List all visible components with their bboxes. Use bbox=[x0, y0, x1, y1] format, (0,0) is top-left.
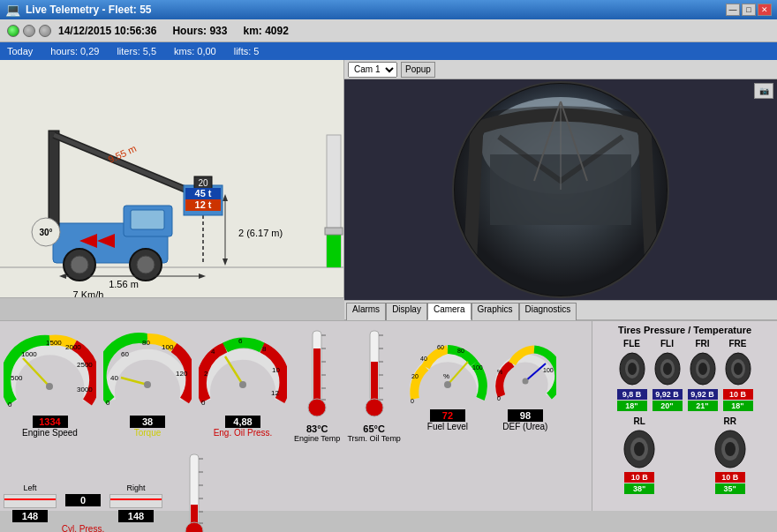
svg-point-111 bbox=[185, 522, 203, 532]
gauges-section: 0 500 1000 1500 2000 2500 3000 1334 Engi… bbox=[0, 321, 592, 511]
camera-select[interactable]: Cam 1 Cam 2 bbox=[348, 62, 397, 78]
tires-title: Tires Pressure / Temperature bbox=[596, 325, 773, 335]
svg-text:2000: 2000 bbox=[65, 343, 81, 351]
gray-light-2 bbox=[39, 25, 51, 37]
oil-pressure-value: 4,88 bbox=[225, 416, 260, 428]
tire-fri-temp: 21" bbox=[688, 401, 718, 411]
tire-fli: FLI 9,92 B 20" bbox=[652, 339, 683, 411]
svg-text:0: 0 bbox=[497, 395, 501, 401]
svg-point-8 bbox=[137, 256, 155, 273]
tab-alarms[interactable]: Alarms bbox=[346, 303, 386, 320]
svg-point-79 bbox=[308, 399, 326, 416]
svg-text:60: 60 bbox=[121, 350, 129, 358]
hours-display: Hours: 933 bbox=[172, 25, 227, 37]
torque-gauge-svg: 0 40 60 80 100 120 bbox=[103, 332, 192, 416]
trsm-oil-temp-label: Trsm. Oil Temp bbox=[347, 434, 401, 443]
svg-text:2500: 2500 bbox=[77, 361, 93, 369]
svg-text:0: 0 bbox=[8, 401, 12, 408]
km-display: km: 4092 bbox=[243, 25, 288, 37]
svg-rect-72 bbox=[313, 348, 321, 401]
svg-text:500: 500 bbox=[11, 374, 23, 382]
tire-rl-label: RL bbox=[634, 416, 645, 426]
svg-point-120 bbox=[698, 363, 707, 375]
svg-point-102 bbox=[522, 378, 528, 384]
fuel-label: Fuel Level bbox=[427, 422, 468, 431]
svg-text:8: 8 bbox=[262, 345, 267, 353]
svg-text:80: 80 bbox=[457, 348, 464, 354]
tire-fri-pressure: 9,92 B bbox=[688, 389, 718, 400]
today-label: Today bbox=[7, 46, 33, 56]
status-lights bbox=[7, 25, 51, 37]
svg-point-123 bbox=[734, 363, 743, 375]
svg-text:4: 4 bbox=[211, 348, 215, 356]
screenshot-icon[interactable]: 📷 bbox=[754, 83, 773, 99]
svg-line-52 bbox=[23, 358, 49, 386]
popup-button[interactable]: Popup bbox=[401, 62, 435, 78]
camera-fisheye bbox=[428, 79, 693, 300]
tire-fri-icon bbox=[687, 349, 719, 388]
tire-fre-icon bbox=[722, 349, 754, 388]
minimize-button[interactable]: — bbox=[726, 4, 740, 16]
datetime-display: 14/12/2015 10:56:36 bbox=[58, 25, 156, 37]
tire-rr-temp: 35" bbox=[715, 483, 745, 494]
torque-sublabel: Torque bbox=[134, 428, 162, 438]
tab-diagnostics[interactable]: Diagnostics bbox=[519, 303, 577, 320]
tire-fre-pressure: 10 B bbox=[723, 389, 753, 400]
liters-today: liters: 5,5 bbox=[117, 46, 156, 56]
cyl-press-label: Cyl. Press. bbox=[62, 524, 104, 533]
tab-graphics[interactable]: Graphics bbox=[471, 303, 519, 320]
close-button[interactable]: ✕ bbox=[758, 4, 772, 16]
engine-temp-gauge: 83°C Engine Temp bbox=[294, 326, 340, 443]
tire-rr-label: RR bbox=[724, 416, 736, 426]
svg-text:100: 100 bbox=[543, 367, 554, 373]
maximize-button[interactable]: □ bbox=[742, 4, 756, 16]
tire-rl: RL 10 B 38" bbox=[621, 416, 658, 494]
svg-text:45 t: 45 t bbox=[195, 188, 212, 199]
def-label: DEF (Urea) bbox=[502, 422, 547, 431]
tire-rr-pressure: 10 B bbox=[715, 472, 745, 483]
svg-text:60: 60 bbox=[437, 344, 444, 350]
tab-camera[interactable]: Camera bbox=[427, 303, 471, 320]
svg-text:40: 40 bbox=[420, 356, 427, 362]
lifts-today: lifts: 5 bbox=[234, 46, 260, 56]
svg-text:6: 6 bbox=[238, 337, 243, 345]
fuel-value: 72 bbox=[430, 409, 465, 422]
tire-fre-temp: 18" bbox=[723, 401, 753, 411]
tire-fre-label: FRE bbox=[729, 339, 747, 348]
engine-temp-svg bbox=[299, 326, 335, 423]
def-gauge-svg: 0 % 100 bbox=[494, 339, 556, 409]
front-tires-row: FLE 9,8 B 18" FLI 9,92 B 20" bbox=[596, 339, 773, 411]
tire-fli-label: FLI bbox=[660, 339, 674, 348]
def-gauge: 0 % 100 98 DEF (Urea) bbox=[494, 339, 556, 431]
hours-today: hours: 0,29 bbox=[50, 46, 99, 56]
cyl-left-bar bbox=[4, 494, 57, 508]
camera-view: 📷 bbox=[344, 79, 777, 300]
svg-line-96 bbox=[448, 362, 468, 385]
crane-panel: 30° 9.55 m 2 (6.17 m) 1.56 m 7 Km/h bbox=[0, 60, 344, 298]
trsm-oil-temp-svg bbox=[357, 326, 392, 423]
cyl-right-bar bbox=[109, 494, 162, 508]
svg-text:100: 100 bbox=[162, 343, 174, 351]
svg-text:0: 0 bbox=[106, 399, 110, 407]
tire-fli-pressure: 9,92 B bbox=[653, 389, 683, 400]
svg-text:40: 40 bbox=[110, 374, 118, 382]
svg-point-117 bbox=[663, 363, 672, 375]
svg-text:20: 20 bbox=[198, 178, 208, 188]
svg-text:1000: 1000 bbox=[21, 350, 37, 358]
svg-text:30°: 30° bbox=[39, 228, 52, 237]
svg-text:7 Km/h: 7 Km/h bbox=[73, 289, 104, 298]
svg-text:2 (6.17 m): 2 (6.17 m) bbox=[238, 228, 283, 238]
trsm-oil-temp-gauge: 65°C Trsm. Oil Temp bbox=[347, 326, 401, 443]
svg-text:3000: 3000 bbox=[77, 386, 93, 393]
tab-display[interactable]: Display bbox=[386, 303, 427, 320]
tire-fri: FRI 9,92 B 21" bbox=[687, 339, 719, 411]
tire-fle-icon bbox=[616, 349, 648, 388]
svg-line-60 bbox=[121, 378, 147, 385]
svg-text:20: 20 bbox=[411, 373, 419, 379]
gray-light-1 bbox=[23, 25, 35, 37]
title-bar: 💻 Live Telemetry - Fleet: 55 — □ ✕ bbox=[0, 0, 777, 19]
tire-fri-label: FRI bbox=[695, 339, 709, 348]
svg-point-126 bbox=[634, 442, 645, 456]
oil-pressure-gauge: 0 2 4 6 8 10 12 4,88 Eng. Oil Press. bbox=[199, 332, 287, 438]
kms-today: kms: 0,00 bbox=[174, 46, 216, 56]
